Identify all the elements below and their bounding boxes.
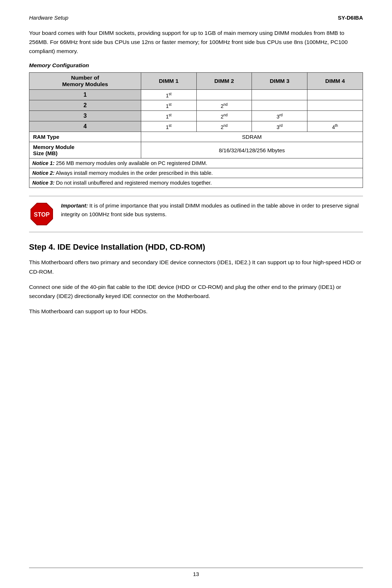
row1-d4 <box>307 90 363 100</box>
table-row: 1 1st <box>29 90 363 100</box>
table-row: 4 1st 2nd 3rd 4th <box>29 121 363 132</box>
row2-d2: 2nd <box>196 100 252 111</box>
stop-sign-svg: STOP <box>29 201 54 227</box>
stop-notice-box: STOP Important: It is of prime importanc… <box>29 196 363 232</box>
step4-para2: Connect one side of the 40-pin flat cabl… <box>29 282 363 301</box>
header-right: SY-D6IBA <box>338 15 363 21</box>
row2-d3 <box>252 100 307 111</box>
header-left: Hardware Setup <box>29 15 68 21</box>
row1-d1: 1st <box>141 90 196 100</box>
col-header-dimm4: DIMM 4 <box>307 73 363 90</box>
notice1-text: Notice 1: 256 MB memory modules only ava… <box>29 158 363 168</box>
table-header-row: Number ofMemory Modules DIMM 1 DIMM 2 DI… <box>29 73 363 90</box>
memory-config-heading: Memory Configuration <box>29 62 363 69</box>
row3-d1: 1st <box>141 111 196 121</box>
notice1-row: Notice 1: 256 MB memory modules only ava… <box>29 158 363 168</box>
row1-d3 <box>252 90 307 100</box>
notice3-text: Notice 3: Do not install unbuffered and … <box>29 178 363 188</box>
notice3-row: Notice 3: Do not install unbuffered and … <box>29 178 363 188</box>
col-header-dimm3: DIMM 3 <box>252 73 307 90</box>
row4-d1: 1st <box>141 121 196 132</box>
row4-d2: 2nd <box>196 121 252 132</box>
col-header-dimm2: DIMM 2 <box>196 73 252 90</box>
row3-d3: 3rd <box>252 111 307 121</box>
ram-type-value: SDRAM <box>141 132 363 142</box>
notice2-text: Notice 2: Always install memory modules … <box>29 168 363 178</box>
step4-para3: This Motherboard can support up to four … <box>29 307 363 316</box>
row1-d2 <box>196 90 252 100</box>
table-row: 2 1st 2nd <box>29 100 363 111</box>
notice2-row: Notice 2: Always install memory modules … <box>29 168 363 178</box>
row3-num: 3 <box>29 111 141 121</box>
mem-size-row: Memory ModuleSize (MB) 8/16/32/64/128/25… <box>29 142 363 158</box>
row2-d4 <box>307 100 363 111</box>
memory-config-table: Number ofMemory Modules DIMM 1 DIMM 2 DI… <box>29 72 363 188</box>
row3-d4 <box>307 111 363 121</box>
page-number: 13 <box>193 571 199 577</box>
stop-body-text: It is of prime importance that you insta… <box>61 202 359 217</box>
notice3-bold: Notice 3: <box>32 180 54 186</box>
ram-type-label: RAM Type <box>29 132 141 142</box>
step4-heading: Step 4. IDE Device Installation (HDD, CD… <box>29 242 363 252</box>
important-label: Important: <box>61 202 88 209</box>
row1-num: 1 <box>29 90 141 100</box>
svg-text:STOP: STOP <box>34 212 50 218</box>
col-header-num-modules: Number ofMemory Modules <box>29 73 141 90</box>
row3-d2: 2nd <box>196 111 252 121</box>
stop-icon: STOP <box>29 201 54 227</box>
page: Hardware Setup SY-D6IBA Your board comes… <box>0 0 392 588</box>
page-footer: 13 <box>29 568 363 577</box>
mem-size-label: Memory ModuleSize (MB) <box>29 142 141 158</box>
row4-num: 4 <box>29 121 141 132</box>
notice2-bold: Notice 2: <box>32 170 54 176</box>
stop-text: Important: It is of prime importance tha… <box>61 201 363 219</box>
row2-num: 2 <box>29 100 141 111</box>
row4-d3: 3rd <box>252 121 307 132</box>
table-row: 3 1st 2nd 3rd <box>29 111 363 121</box>
row2-d1: 1st <box>141 100 196 111</box>
notice1-bold: Notice 1: <box>32 160 54 166</box>
row4-d4: 4th <box>307 121 363 132</box>
step4-para1: This Motherboard offers two primary and … <box>29 258 363 276</box>
ram-type-row: RAM Type SDRAM <box>29 132 363 142</box>
page-header: Hardware Setup SY-D6IBA <box>29 15 363 21</box>
mem-size-value: 8/16/32/64/128/256 Mbytes <box>141 142 363 158</box>
col-header-dimm1: DIMM 1 <box>141 73 196 90</box>
intro-paragraph: Your board comes with four DIMM sockets,… <box>29 29 363 56</box>
